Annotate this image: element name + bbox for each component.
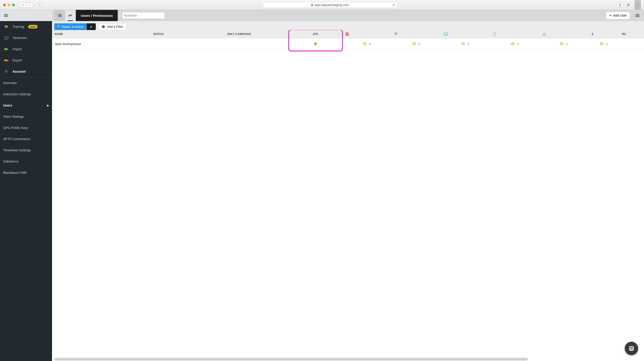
- cell-perm-robot: [540, 38, 589, 50]
- sidebar-item-export[interactable]: Export: [0, 55, 52, 66]
- window-close-icon[interactable]: [3, 4, 6, 6]
- sidebar-sub-team-settings[interactable]: Team Settings: [0, 111, 52, 122]
- col-perm-flag[interactable]: [392, 30, 441, 38]
- filter-bar: Status: is Active Add a Filter: [52, 21, 644, 30]
- sidebar-sub-interaction-settings[interactable]: Interaction Settings: [0, 88, 52, 100]
- hamburger-button[interactable]: [0, 10, 52, 21]
- new-badge: new!: [28, 25, 38, 28]
- horizontal-scroll-thumb[interactable]: [54, 358, 528, 360]
- svg-point-13: [7, 61, 8, 62]
- cell-only-campaign: [224, 38, 288, 50]
- truck-out-icon: [4, 59, 8, 62]
- sidebar-sub-label: Blackbaud CRM: [3, 171, 27, 174]
- filter-icon: [58, 26, 60, 28]
- add-filter-button[interactable]: Add a Filter: [98, 23, 127, 30]
- double-check-icon: [68, 14, 73, 17]
- filter-chip-status-body[interactable]: Status: is Active: [54, 23, 87, 30]
- plus-circle-icon: [102, 25, 105, 28]
- col-name[interactable]: NAME: [52, 30, 150, 38]
- list-view-tab[interactable]: [54, 10, 65, 21]
- table-header-row: NAME OFFICE ONLY CAMPAIGN 2FA: [52, 30, 644, 38]
- list-icon: [58, 14, 62, 17]
- svg-rect-2: [311, 5, 313, 6]
- forward-button[interactable]: [26, 2, 33, 8]
- eye-icon[interactable]: [412, 42, 416, 45]
- chat-launcher-button[interactable]: [625, 342, 638, 355]
- pencil-icon[interactable]: [369, 42, 372, 45]
- new-tab-button[interactable]: +: [634, 0, 641, 10]
- col-2fa[interactable]: 2FA: [288, 30, 343, 38]
- eye-icon[interactable]: [560, 42, 564, 45]
- table-row[interactable]: Sam Anonymous: [52, 38, 644, 50]
- sidebar-sub-sftp[interactable]: SFTP Connections: [0, 134, 52, 144]
- eye-icon[interactable]: [511, 42, 514, 45]
- lock-icon: [311, 4, 313, 6]
- pencil-icon[interactable]: [517, 42, 519, 45]
- col-ru[interactable]: RU: [619, 30, 644, 38]
- sidebar-item-label: Export: [12, 58, 22, 62]
- svg-rect-8: [4, 48, 7, 50]
- sidebar-item-territories[interactable]: Territories: [0, 32, 52, 44]
- col-only-campaign[interactable]: ONLY CAMPAIGN: [224, 30, 288, 38]
- col-perm-dashboard[interactable]: [343, 30, 392, 38]
- filter-chip-status: Status: is Active: [54, 23, 96, 30]
- sidebar-sub-users[interactable]: Users ▶: [0, 100, 52, 111]
- add-user-button[interactable]: + Add User: [606, 12, 630, 19]
- chat-icon: [628, 345, 634, 352]
- back-button[interactable]: [20, 2, 26, 8]
- col-perm-dollar[interactable]: $: [589, 30, 619, 38]
- share-button[interactable]: [617, 2, 623, 8]
- browser-chrome: app.waysactstaging.com +: [0, 0, 644, 10]
- checklist-view-tab[interactable]: [65, 10, 76, 21]
- window-minimize-icon[interactable]: [8, 4, 10, 6]
- cell-perm-clipboard: [490, 38, 540, 50]
- view-options-button[interactable]: [633, 14, 642, 17]
- svg-point-48: [414, 43, 414, 44]
- reload-icon[interactable]: [392, 3, 395, 6]
- sidebar-sub-gpg[interactable]: GPG Public Keys: [0, 122, 52, 134]
- pencil-icon[interactable]: [566, 42, 568, 45]
- cell-ru: [619, 38, 644, 50]
- eye-icon[interactable]: [462, 42, 465, 45]
- filter-chip-edit-button[interactable]: [87, 23, 96, 30]
- sidebar-sub-blackbaud[interactable]: Blackbaud CRM: [0, 167, 52, 178]
- sidebar-sub-salesforce[interactable]: Salesforce: [0, 156, 52, 167]
- sidebar-sub-label: Interaction Settings: [3, 92, 31, 96]
- svg-point-54: [561, 43, 562, 44]
- sidebar-item-training[interactable]: Training new!: [0, 21, 52, 32]
- eye-icon[interactable]: [363, 42, 366, 45]
- col-office[interactable]: OFFICE: [150, 30, 224, 38]
- main-content: Users / Permissions + Add User Status:: [52, 10, 644, 361]
- svg-rect-34: [346, 34, 347, 36]
- window-zoom-icon[interactable]: [12, 4, 15, 6]
- svg-point-56: [601, 43, 602, 44]
- tabs-overview-button[interactable]: [625, 2, 632, 8]
- cell-perm-screen: [441, 38, 490, 50]
- sidebar-sub-overview[interactable]: Overview: [0, 77, 52, 88]
- robot-icon: [542, 32, 546, 36]
- address-bar[interactable]: app.waysactstaging.com: [263, 2, 397, 8]
- sidebar-item-account[interactable]: Account: [0, 66, 52, 77]
- svg-line-22: [126, 16, 127, 16]
- graduation-cap-icon: [4, 25, 8, 28]
- nav-arrows: [19, 2, 33, 8]
- svg-point-25: [636, 15, 636, 16]
- cell-perm-dashboard: [343, 38, 392, 50]
- sidebar-sub-timesheet[interactable]: Timesheet Settings: [0, 144, 52, 156]
- pencil-icon[interactable]: [418, 42, 421, 45]
- sidebar-toggle-button[interactable]: [37, 2, 44, 8]
- col-perm-clipboard[interactable]: [490, 30, 540, 38]
- search-input[interactable]: [127, 14, 163, 17]
- settings-list-icon: [635, 14, 640, 17]
- col-perm-robot[interactable]: [540, 30, 589, 38]
- pencil-icon[interactable]: [467, 42, 470, 45]
- cell-2fa: [288, 38, 343, 50]
- sidebar-item-import[interactable]: Import: [0, 44, 52, 55]
- traffic-lights: [3, 4, 15, 6]
- users-table: NAME OFFICE ONLY CAMPAIGN 2FA: [52, 30, 644, 358]
- col-perm-screen[interactable]: [441, 30, 490, 38]
- search-input-wrap[interactable]: [122, 12, 165, 19]
- pencil-icon[interactable]: [606, 42, 608, 45]
- eye-icon[interactable]: [600, 42, 604, 45]
- svg-rect-39: [494, 33, 496, 36]
